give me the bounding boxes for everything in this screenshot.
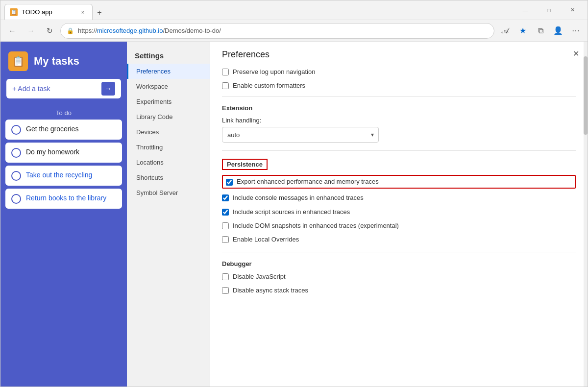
disable-async-label[interactable]: Disable async stack traces (233, 286, 308, 295)
reload-button[interactable]: ↻ (42, 23, 57, 39)
persistence-header: Persistence (222, 159, 268, 170)
forward-button[interactable]: → (23, 23, 39, 39)
todo-sidebar: 📋 My tasks + Add a task → To do Get the … (0, 42, 127, 387)
settings-content: ✕ Preferences Preserve log upon navigati… (210, 42, 588, 387)
read-aloud-button[interactable]: 𝒜 (497, 23, 513, 39)
url-protocol: https:// (78, 27, 97, 34)
active-tab[interactable]: 📋 TODO app × (4, 4, 93, 20)
settings-item-devices[interactable]: Devices (127, 124, 210, 140)
url-host: microsoftedge.github.io (97, 27, 163, 34)
checkbox-row-console: Include console messages in enhanced tra… (222, 194, 576, 202)
address-bar[interactable]: 🔒 https://microsoftedge.github.io/Demos/… (60, 23, 494, 39)
task-item[interactable]: Do my homework (5, 143, 122, 163)
menu-button[interactable]: ⋯ (568, 23, 584, 39)
add-task-button[interactable]: + Add a task → (6, 79, 121, 98)
add-task-area: + Add a task → (0, 79, 127, 106)
console-messages-label[interactable]: Include console messages in enhanced tra… (233, 194, 364, 202)
task-text: Take out the recycling (26, 170, 92, 180)
script-sources-label[interactable]: Include script sources in enhanced trace… (233, 208, 350, 217)
export-traces-checkbox[interactable] (226, 179, 233, 186)
disable-js-checkbox[interactable] (222, 273, 229, 280)
task-item[interactable]: Return books to the library (5, 189, 122, 209)
main-content: 📋 My tasks + Add a task → To do Get the … (0, 42, 588, 387)
scrollbar-thumb[interactable] (584, 56, 588, 135)
settings-item-throttling[interactable]: Throttling (127, 140, 210, 155)
task-text: Return books to the library (26, 194, 106, 203)
task-item[interactable]: Take out the recycling (5, 166, 122, 186)
highlighted-export-row: Export enhanced performance and memory t… (222, 175, 576, 189)
preserve-log-checkbox[interactable] (222, 69, 229, 75)
checkbox-row-script: Include script sources in enhanced trace… (222, 208, 576, 217)
minimize-button[interactable]: — (514, 2, 537, 18)
todo-icon: 📋 (8, 51, 28, 71)
profile-button[interactable]: 👤 (550, 23, 566, 39)
export-traces-label[interactable]: Export enhanced performance and memory t… (237, 178, 379, 185)
settings-sidebar-title: Settings (127, 46, 210, 64)
checkbox-row-custom-formatters: Enable custom formatters (222, 81, 576, 90)
maximize-button[interactable]: □ (538, 2, 560, 18)
local-overrides-label[interactable]: Enable Local Overrides (233, 235, 299, 244)
divider (222, 252, 576, 252)
settings-item-symbol-server[interactable]: Symbol Server (127, 185, 210, 200)
task-item[interactable]: Get the groceries (5, 120, 122, 140)
todo-header: 📋 My tasks (0, 42, 127, 79)
divider (222, 96, 576, 97)
link-handling-select[interactable]: auto open in browser open in editor (222, 127, 379, 143)
back-button[interactable]: ← (4, 23, 20, 39)
debugger-header: Debugger (222, 260, 576, 267)
local-overrides-checkbox[interactable] (222, 236, 229, 243)
collections-button[interactable]: ⧉ (533, 23, 548, 39)
dom-snapshots-checkbox[interactable] (222, 222, 229, 229)
scrollbar-track (584, 42, 588, 387)
extension-header: Extension (222, 104, 576, 112)
checkbox-row-disable-async: Disable async stack traces (222, 286, 576, 295)
todo-section-label: To do (0, 106, 127, 120)
devtools-panel: Settings Preferences Workspace Experimen… (127, 42, 588, 387)
window-controls: — □ ✕ (514, 2, 584, 18)
settings-item-shortcuts[interactable]: Shortcuts (127, 170, 210, 185)
url-path: /Demos/demo-to-do/ (163, 27, 221, 34)
console-messages-checkbox[interactable] (222, 194, 229, 201)
panel-close-button[interactable]: ✕ (570, 48, 582, 59)
browser-window: 📋 TODO app × + — □ ✕ ← → ↻ 🔒 https://mic… (0, 0, 588, 387)
script-sources-checkbox[interactable] (222, 209, 229, 216)
settings-item-experiments[interactable]: Experiments (127, 94, 210, 109)
preserve-log-label[interactable]: Preserve log upon navigation (233, 68, 315, 76)
link-handling-label: Link handling: (222, 117, 576, 124)
settings-content-inner: ✕ Preferences Preserve log upon navigati… (210, 42, 588, 315)
task-text: Get the groceries (26, 124, 78, 134)
todo-title: My tasks (34, 55, 79, 68)
task-circle (11, 194, 21, 204)
dom-snapshots-label[interactable]: Include DOM snapshots in enhanced traces… (233, 221, 399, 230)
divider (222, 150, 576, 151)
checkbox-row-local-overrides: Enable Local Overrides (222, 235, 576, 244)
panel-title: Preferences (222, 49, 576, 60)
favorites-button[interactable]: ★ (515, 23, 531, 39)
task-text: Do my homework (26, 147, 79, 157)
settings-item-workspace[interactable]: Workspace (127, 79, 210, 94)
add-task-arrow-icon: → (101, 82, 115, 96)
new-tab-button[interactable]: + (93, 6, 106, 20)
url-display: https://microsoftedge.github.io/Demos/de… (78, 27, 488, 34)
disable-js-label[interactable]: Disable JavaScript (233, 272, 286, 281)
tab-close-button[interactable]: × (78, 8, 87, 17)
settings-item-preferences[interactable]: Preferences (127, 64, 210, 79)
task-circle (11, 148, 21, 158)
settings-item-locations[interactable]: Locations (127, 155, 210, 170)
tab-title: TODO app (22, 8, 52, 16)
add-task-label: + Add a task (12, 85, 50, 93)
nav-bar: ← → ↻ 🔒 https://microsoftedge.github.io/… (0, 20, 588, 42)
settings-area: Settings Preferences Workspace Experimen… (127, 42, 588, 387)
checkbox-row-dom: Include DOM snapshots in enhanced traces… (222, 221, 576, 230)
tab-area: 📋 TODO app × + (4, 0, 512, 20)
settings-sidebar: Settings Preferences Workspace Experimen… (127, 42, 210, 387)
custom-formatters-checkbox[interactable] (222, 82, 229, 89)
custom-formatters-label[interactable]: Enable custom formatters (233, 81, 305, 90)
lock-icon: 🔒 (67, 27, 74, 34)
close-button[interactable]: ✕ (561, 2, 584, 18)
extension-section: Extension Link handling: auto open in br… (222, 104, 576, 143)
settings-item-library-code[interactable]: Library Code (127, 109, 210, 124)
task-circle (11, 171, 21, 181)
tab-favicon: 📋 (10, 8, 18, 16)
disable-async-checkbox[interactable] (222, 287, 229, 294)
